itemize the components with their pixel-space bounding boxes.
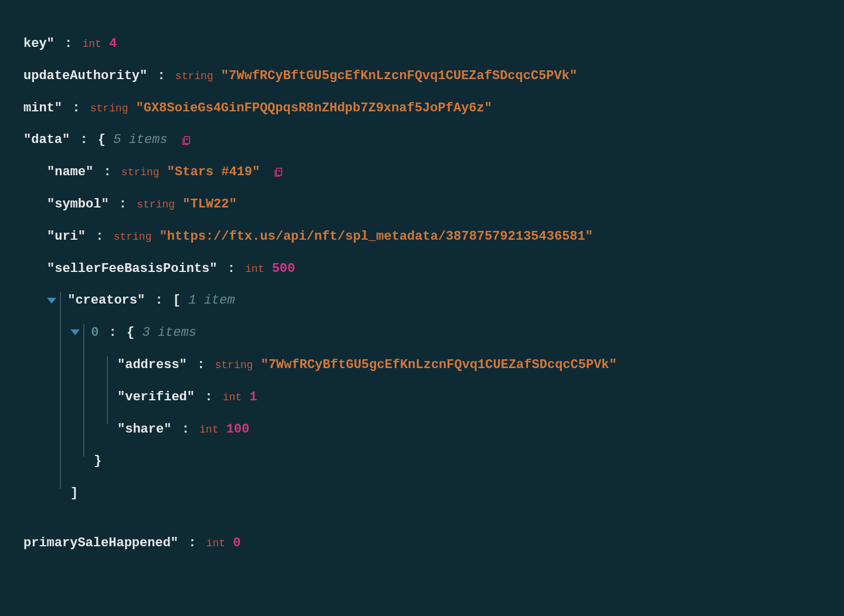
json-row-creators-close: ] — [23, 485, 821, 503]
brace-open: { — [98, 132, 106, 147]
colon: : — [205, 390, 212, 404]
colon: : — [182, 422, 189, 437]
colon: : — [109, 325, 117, 340]
colon: : — [188, 536, 196, 550]
int-value: 0 — [233, 536, 240, 550]
type-label: string — [175, 70, 213, 82]
json-row-mint: mint" : string "GX8SoieGs4GinFPQQpqsR8nZ… — [23, 100, 821, 118]
json-row-index-0-close: } — [23, 452, 821, 471]
svg-rect-0 — [184, 137, 189, 144]
json-row-sellerFeeBasisPoints: "sellerFeeBasisPoints" : int 500 — [23, 260, 821, 278]
json-row-index-0-open[interactable]: 0 : { 3 items — [23, 324, 821, 342]
field-key: "symbol" — [47, 197, 109, 212]
colon: : — [228, 261, 235, 276]
triangle-down-icon[interactable] — [70, 329, 80, 335]
string-value: "GX8SoieGs4GinFPQQpqsR8nZHdpb7Z9xnaf5JoP… — [136, 101, 492, 115]
triangle-down-icon[interactable] — [47, 298, 56, 304]
string-value: "Stars #419" — [167, 165, 260, 179]
field-key: "address" — [117, 358, 187, 372]
json-row-data-open[interactable]: "data" : { 5 items — [23, 131, 821, 149]
bracket-open: [ — [173, 293, 181, 308]
bracket-close: ] — [70, 486, 78, 501]
type-label: string — [215, 359, 253, 371]
brace-close: } — [94, 454, 101, 468]
colon: : — [119, 197, 127, 212]
field-key: updateAuthority" — [23, 69, 147, 83]
int-value: 100 — [226, 422, 250, 437]
string-value: "7WwfRCyBftGU5gcEfKnLzcnFQvq1CUEZafSDcqc… — [221, 69, 577, 83]
json-row-creators-open[interactable]: "creators" : [ 1 item — [23, 292, 821, 310]
type-label: string — [90, 103, 128, 114]
type-label: int — [82, 38, 101, 50]
type-label: string — [114, 231, 152, 243]
field-key: "verified" — [117, 390, 195, 404]
json-row-primarySaleHappened: primarySaleHappened" : int 0 — [23, 535, 821, 553]
json-row-verified: "verified" : int 1 — [23, 389, 821, 407]
field-key: "creators" — [67, 293, 145, 308]
int-value: 1 — [249, 390, 257, 404]
type-label: int — [245, 263, 264, 275]
field-key: "uri" — [47, 229, 86, 244]
colon: : — [197, 358, 205, 372]
int-value: 4 — [109, 36, 117, 51]
type-label: int — [199, 424, 218, 435]
string-value: "https://ftx.us/api/nft/spl_metadata/387… — [160, 229, 593, 244]
field-key: "name" — [47, 165, 93, 179]
colon: : — [65, 36, 72, 51]
item-count: 3 items — [142, 325, 196, 340]
item-count: 5 items — [113, 132, 167, 147]
json-row-updateAuthority: updateAuthority" : string "7WwfRCyBftGU5… — [23, 67, 821, 86]
string-value: "7WwfRCyBftGU5gcEfKnLzcnFQvq1CUEZafSDcqc… — [260, 358, 616, 372]
colon: : — [155, 293, 162, 308]
svg-rect-1 — [277, 168, 282, 175]
type-label: string — [137, 199, 175, 210]
field-key: "sellerFeeBasisPoints" — [47, 261, 217, 276]
json-row-uri: "uri" : string "https://ftx.us/api/nft/s… — [23, 228, 821, 246]
field-key: "data" — [23, 132, 70, 147]
type-label: int — [223, 392, 242, 403]
colon: : — [72, 101, 80, 115]
type-label: int — [206, 537, 225, 549]
colon: : — [80, 132, 87, 147]
string-value: "TLW22" — [182, 197, 236, 212]
field-key: mint" — [23, 101, 62, 115]
json-row-name: "name" : string "Stars #419" — [23, 164, 821, 182]
clipboard-icon[interactable] — [181, 134, 192, 146]
json-row-key: key" : int 4 — [23, 35, 821, 53]
colon: : — [103, 165, 111, 179]
field-key: key" — [23, 36, 55, 51]
clipboard-icon[interactable] — [273, 166, 284, 178]
colon: : — [157, 69, 165, 83]
type-label: string — [121, 166, 160, 178]
json-row-address: "address" : string "7WwfRCyBftGU5gcEfKnL… — [23, 356, 821, 375]
array-index: 0 — [91, 325, 99, 340]
field-key: "share" — [117, 422, 171, 437]
json-row-symbol: "symbol" : string "TLW22" — [23, 196, 821, 214]
item-count: 1 item — [188, 293, 235, 308]
int-value: 500 — [272, 261, 296, 276]
json-row-share: "share" : int 100 — [23, 421, 821, 439]
colon: : — [96, 229, 103, 244]
brace-open: { — [127, 325, 134, 340]
field-key: primarySaleHappened" — [23, 536, 178, 550]
